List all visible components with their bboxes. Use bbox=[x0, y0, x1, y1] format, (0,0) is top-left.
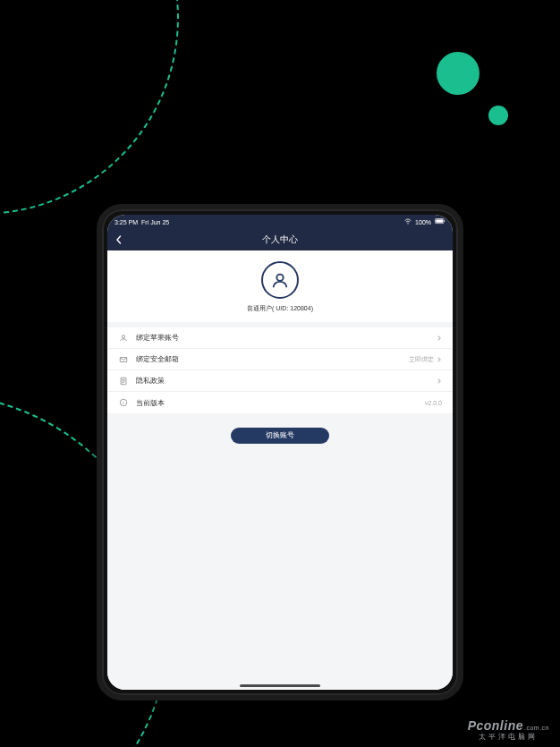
settings-menu: 绑定苹果账号 绑定安全邮箱 立即绑定 bbox=[107, 327, 453, 413]
row-tail bbox=[437, 378, 442, 384]
switch-account-button[interactable]: 切换账号 bbox=[231, 428, 329, 444]
decorative-dot bbox=[437, 52, 479, 95]
row-tail: 立即绑定 bbox=[409, 355, 442, 364]
content-area: 普通用户( UID: 120804) 绑定苹果账号 bbox=[107, 250, 453, 690]
row-label: 当前版本 bbox=[136, 398, 425, 408]
svg-point-0 bbox=[408, 224, 409, 225]
row-label: 隐私政策 bbox=[136, 376, 437, 386]
navbar: 个人中心 bbox=[107, 229, 453, 250]
chevron-right-icon bbox=[437, 378, 442, 384]
decorative-dot bbox=[488, 106, 508, 125]
home-indicator bbox=[240, 684, 320, 687]
user-type: 普通用户 bbox=[247, 305, 272, 311]
battery-icon bbox=[435, 218, 445, 225]
chevron-right-icon bbox=[437, 357, 442, 362]
profile-block: 普通用户( UID: 120804) bbox=[107, 250, 453, 322]
watermark-suffix: .com.cn bbox=[524, 725, 549, 731]
switch-account-label: 切换账号 bbox=[266, 431, 294, 440]
status-battery: 100% bbox=[415, 219, 431, 225]
uid-value: 120804 bbox=[290, 305, 310, 311]
row-tail: v2.0.0 bbox=[425, 400, 442, 406]
avatar-icon bbox=[261, 261, 299, 299]
user-icon bbox=[118, 334, 129, 343]
svg-rect-3 bbox=[444, 220, 445, 222]
watermark-brand: Pconline bbox=[468, 718, 523, 733]
user-info-line: 普通用户( UID: 120804) bbox=[107, 304, 453, 313]
row-tail bbox=[437, 335, 442, 341]
tablet-screen: 3:25 PM Fri Jun 25 100% 个人中心 bbox=[107, 215, 453, 690]
status-time: 3:25 PM bbox=[115, 219, 138, 225]
row-bind-mail[interactable]: 绑定安全邮箱 立即绑定 bbox=[107, 349, 453, 370]
svg-point-5 bbox=[122, 335, 124, 337]
row-label: 绑定苹果账号 bbox=[136, 333, 437, 343]
svg-point-4 bbox=[276, 275, 283, 281]
decorative-circle bbox=[0, 0, 179, 215]
mail-icon bbox=[118, 355, 129, 364]
version-text: v2.0.0 bbox=[425, 400, 442, 406]
chevron-right-icon bbox=[437, 335, 442, 341]
watermark-tagline: 太平洋电脑网 bbox=[468, 732, 549, 742]
row-bind-apple[interactable]: 绑定苹果账号 bbox=[107, 327, 453, 349]
row-version[interactable]: 当前版本 v2.0.0 bbox=[107, 392, 453, 413]
status-date: Fri Jun 25 bbox=[141, 219, 169, 225]
tablet-frame: 3:25 PM Fri Jun 25 100% 个人中心 bbox=[97, 204, 463, 700]
uid-label: UID bbox=[276, 305, 286, 311]
watermark: Pconline.com.cn 太平洋电脑网 bbox=[468, 718, 549, 742]
back-button[interactable] bbox=[115, 229, 123, 250]
row-privacy[interactable]: 隐私政策 bbox=[107, 370, 453, 392]
status-bar: 3:25 PM Fri Jun 25 100% bbox=[107, 215, 453, 229]
page-title: 个人中心 bbox=[262, 233, 298, 246]
wifi-icon bbox=[404, 218, 412, 226]
svg-rect-2 bbox=[436, 219, 443, 222]
document-icon bbox=[118, 377, 129, 386]
svg-rect-6 bbox=[120, 357, 127, 361]
row-tail-text: 立即绑定 bbox=[409, 355, 434, 364]
info-icon bbox=[118, 398, 129, 407]
row-label: 绑定安全邮箱 bbox=[136, 354, 409, 364]
